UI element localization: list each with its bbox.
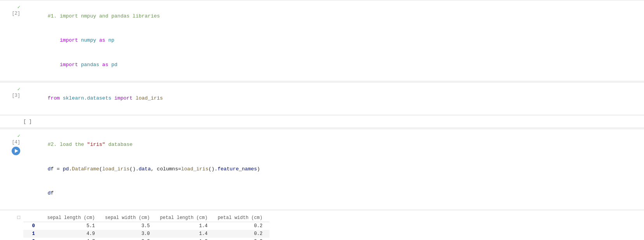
cell-3: ✓ [3] from sklearn.datasets import load_… [0, 82, 644, 115]
cell-value: 0.2 [215, 230, 270, 238]
code-token: numpy [81, 37, 96, 43]
cell-value: 4.7 [44, 238, 102, 240]
cell-value: 5.1 [44, 222, 102, 230]
col-header-sepal-width: sepal width (cm) [102, 214, 157, 222]
notebook: ✓ [2] #1. import nmpuy and pandas librar… [0, 0, 644, 240]
code-token: pandas [81, 62, 99, 68]
cell-3-output-body: [ ] [23, 118, 644, 125]
code-token: df [47, 190, 54, 196]
code-token: (). [130, 166, 138, 172]
dataframe-output-body: sepal length (cm) sepal width (cm) petal… [23, 213, 644, 240]
code-line-4-3: df [23, 181, 639, 205]
output-indicator: □ [17, 215, 20, 221]
cell-2-gutter: ✓ [2] [0, 4, 23, 16]
code-token: load_iris [102, 166, 130, 172]
code-token: pd [63, 166, 69, 172]
cell-3-output-area: [ ] [0, 116, 644, 128]
cell-value: 3.2 [102, 238, 157, 240]
code-token: database [105, 142, 133, 147]
code-token: df [47, 166, 54, 172]
table-row: 14.93.01.40.2 [23, 230, 270, 238]
code-token: from [47, 95, 63, 101]
code-token: as [99, 62, 111, 68]
cell-4-check: ✓ [18, 133, 20, 139]
table-row: 05.13.51.40.2 [23, 222, 270, 230]
cell-3-output-inner: [ ] [0, 116, 644, 128]
cell-4-gutter: ✓ [4] [0, 132, 23, 155]
code-line-2-3: import pandas as pd [23, 53, 639, 77]
code-line-3-1: from sklearn.datasets import load_iris [23, 86, 639, 110]
cell-4-number: [4] [12, 140, 20, 145]
dataframe-table: sepal length (cm) sepal width (cm) petal… [23, 214, 270, 240]
dataframe-output-area: □ sepal length (cm) sepal width (cm) pet… [0, 211, 644, 240]
code-token: "iris" [87, 142, 105, 147]
code-line-4-2: df = pd.DataFrame(load_iris().data, colu… [23, 157, 639, 181]
cell-value: 0.2 [215, 222, 270, 230]
cell-3-body: from sklearn.datasets import load_iris [23, 86, 644, 111]
cell-3-gutter: ✓ [3] [0, 86, 23, 98]
code-token: load_iris [181, 166, 208, 172]
run-button[interactable] [12, 147, 20, 155]
code-token: sklearn.datasets [63, 95, 111, 101]
code-token: ( [99, 166, 102, 172]
col-header-index [23, 214, 44, 222]
code-token: feature_names [217, 166, 257, 172]
code-token: (). [208, 166, 217, 172]
empty-output: [ ] [23, 117, 32, 126]
code-token: . [69, 166, 72, 172]
code-line-4-1: #2. load the "iris" database [23, 133, 639, 157]
code-token: ) [257, 166, 260, 172]
cell-2-check: ✓ [18, 4, 20, 10]
table-header-row: sepal length (cm) sepal width (cm) petal… [23, 214, 270, 222]
code-token: import [111, 95, 135, 101]
cell-3-check: ✓ [18, 86, 20, 92]
cell-value: 1.4 [157, 230, 214, 238]
dataframe-output-gutter: □ [0, 213, 23, 221]
code-token: #1. import nmpuy [47, 13, 99, 19]
table-row: 24.73.21.30.2 [23, 238, 270, 240]
cell-3-output-gutter [0, 118, 23, 120]
cell-value: 1.3 [157, 238, 214, 240]
code-token: np [108, 37, 114, 43]
cell-value: 3.5 [102, 222, 157, 230]
col-header-petal-length: petal length (cm) [157, 214, 214, 222]
cell-value: 4.9 [44, 230, 102, 238]
col-header-sepal-length: sepal length (cm) [44, 214, 102, 222]
row-index: 0 [23, 222, 44, 230]
cell-2-number: [2] [12, 11, 20, 16]
dataframe-output-inner: □ sepal length (cm) sepal width (cm) pet… [0, 211, 644, 240]
code-token: as [96, 37, 108, 43]
code-token: #2. load the [47, 142, 87, 147]
cell-4-body: #2. load the "iris" database df = pd.Dat… [23, 132, 644, 207]
code-token: import [47, 37, 81, 43]
code-token: pd [111, 62, 117, 68]
row-index: 2 [23, 238, 44, 240]
cell-3-number: [3] [12, 93, 20, 98]
code-token: import [47, 62, 81, 68]
col-header-petal-width: petal width (cm) [215, 214, 270, 222]
code-token: load_iris [136, 95, 163, 101]
cell-2-body: #1. import nmpuy and pandas libraries im… [23, 4, 644, 78]
code-token: DataFrame [72, 166, 99, 172]
cell-4: ✓ [4] #2. load the "iris" database df = … [0, 129, 644, 210]
run-icon [15, 149, 18, 153]
code-token: data [139, 166, 151, 172]
code-token: , columns= [151, 166, 181, 172]
code-token: pandas libraries [108, 13, 160, 19]
code-line-2-1: #1. import nmpuy and pandas libraries [23, 4, 639, 28]
cell-value: 3.0 [102, 230, 157, 238]
code-token: = [54, 166, 63, 172]
row-index: 1 [23, 230, 44, 238]
cell-value: 1.4 [157, 222, 214, 230]
cell-value: 0.2 [215, 238, 270, 240]
code-token-and: and [99, 13, 108, 19]
cell-2: ✓ [2] #1. import nmpuy and pandas librar… [0, 0, 644, 81]
code-line-2-2: import numpy as np [23, 28, 639, 53]
